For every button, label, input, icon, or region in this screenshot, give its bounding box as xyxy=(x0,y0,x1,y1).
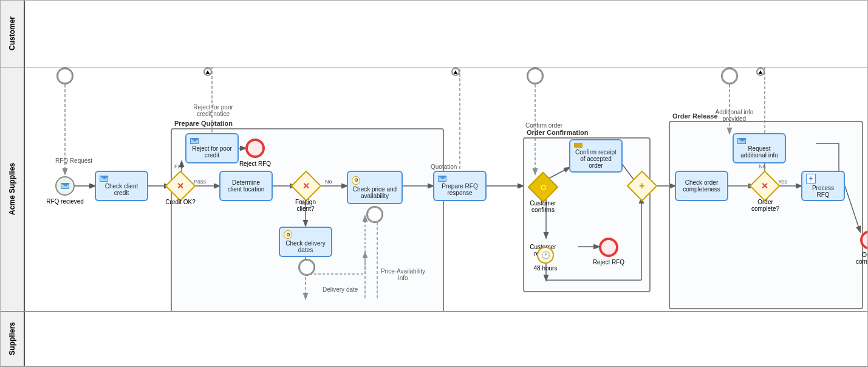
yes-label-1: Yes xyxy=(300,200,309,206)
request-additional-info-task[interactable]: Request additional info xyxy=(733,133,786,163)
price-avail-bottom-event xyxy=(366,206,383,223)
msg-event-reject-top: ▲ xyxy=(203,67,212,76)
msg-event-confirm-top xyxy=(527,67,544,84)
msg-event-request-top: ▲ xyxy=(756,67,765,76)
msg-event-addlinfo-top xyxy=(721,67,738,84)
check-delivery-dates-task[interactable]: ⚙ Check delivery dates xyxy=(279,227,332,257)
acme-lane-label: Acme Supplies xyxy=(1,67,25,311)
rfq-request-label: RFQ Request xyxy=(55,157,92,164)
msg-event-rfq-top xyxy=(56,67,73,84)
yes-label-2: Yes xyxy=(778,179,787,185)
check-price-availability-task[interactable]: ⚙ Check price and availability xyxy=(347,171,403,204)
order-complete-gateway[interactable]: ✕ xyxy=(754,175,776,197)
customer-lane-content xyxy=(25,1,867,67)
order-complete-label: Order complete? xyxy=(747,199,784,212)
reject-rfq-2-label: Reject RFQ xyxy=(592,259,625,266)
confirm-order-label: Confirm order xyxy=(525,122,562,129)
check-delivery-dates-bottom-event xyxy=(298,259,315,276)
delivery-date-label: Delivery date xyxy=(323,286,358,293)
customer-lane: Customer xyxy=(1,1,867,67)
credit-ok-label: Credit OK? xyxy=(162,199,199,205)
customer-confirms-gateway[interactable]: ⬡ xyxy=(532,176,554,198)
48-hours-timer[interactable]: 🕐 xyxy=(537,247,554,264)
rfq-received-label: RFQ recieved xyxy=(46,198,84,205)
reject-rfq-end-1[interactable] xyxy=(245,139,265,158)
acme-lane: Acme Supplies xyxy=(1,67,867,312)
price-avail-info-label: Price-Availability info xyxy=(380,268,426,281)
pass-label: Pass xyxy=(194,179,206,185)
prepare-quotation-label: Prepare Quotation xyxy=(174,120,233,127)
reject-poor-credit-task[interactable]: Reject for poor credit xyxy=(185,133,239,163)
check-order-completeness-task[interactable]: Check order completeness xyxy=(675,171,728,201)
reject-rfq-1-label: Reject RFQ xyxy=(239,160,272,167)
bpmn-diagram: Customer Acme Supplies xyxy=(0,0,868,367)
no-label-2: No xyxy=(759,163,766,170)
order-confirmation-label: Order Confirmation xyxy=(527,129,588,136)
suppliers-lane: Suppliers xyxy=(1,312,867,366)
additional-info-label: Additional info provided xyxy=(710,109,759,122)
rfq-received-event[interactable] xyxy=(55,176,75,196)
48-hours-label: 48 hours xyxy=(531,265,560,272)
reject-rfq-end-2[interactable] xyxy=(599,238,618,257)
reject-poor-credit-notice-label: Reject for poor credit notice xyxy=(189,104,238,117)
process-rfq-task[interactable]: + Process RFQ xyxy=(801,171,845,201)
foreign-client-gateway[interactable]: ✕ xyxy=(295,175,317,197)
suppliers-lane-label: Suppliers xyxy=(1,312,25,366)
suppliers-lane-content xyxy=(25,312,867,366)
order-completed-end[interactable] xyxy=(860,230,867,250)
acme-lane-content: Prepare Quotation Order Confirmation Ord… xyxy=(25,67,867,311)
order-confirm-join-gateway[interactable]: + xyxy=(631,175,653,197)
confirm-receipt-task[interactable]: Confirm receipt of accepted order xyxy=(569,139,623,173)
customer-lane-label: Customer xyxy=(1,1,25,67)
order-completed-label: Order completed xyxy=(852,252,867,265)
customer-confirms-label: Customer confirms xyxy=(524,200,562,213)
no-label-1: No xyxy=(325,179,332,185)
check-client-credit-task[interactable]: Check client credit xyxy=(95,171,148,201)
quotation-label: Quotation xyxy=(431,163,457,170)
msg-event-quotation-top: ▲ xyxy=(451,67,460,76)
prepare-rfq-response-task[interactable]: Prepare RFQ response xyxy=(433,171,487,201)
determine-client-location-task[interactable]: Determine client location xyxy=(219,171,273,201)
credit-ok-gateway[interactable]: ✕ xyxy=(169,175,191,197)
fail-label: Fail xyxy=(174,163,183,170)
